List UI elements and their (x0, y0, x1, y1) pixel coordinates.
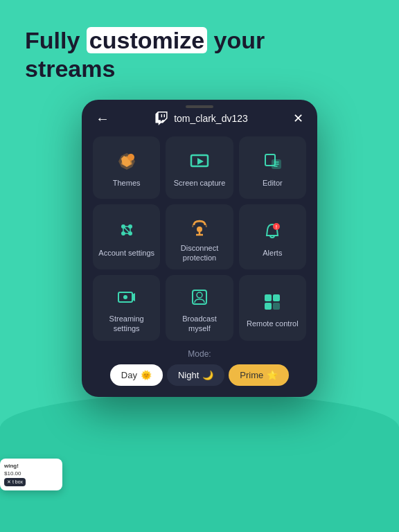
tablet: ← tom_clark_dv123 ✕ (82, 100, 317, 397)
mode-prime-label: Prime (240, 370, 263, 380)
grid-item-themes[interactable]: Themes (93, 136, 160, 199)
mode-label: Mode: (93, 349, 306, 359)
mode-day-button[interactable]: Day 🌞 (110, 364, 163, 386)
disconnect-protection-icon (187, 214, 212, 239)
header-center: tom_clark_dv123 (154, 112, 248, 125)
svg-point-21 (197, 292, 202, 298)
disconnect-protection-label: Disconnect protection (171, 243, 227, 263)
tablet-notch (186, 105, 213, 108)
streaming-settings-label: Streaming settings (98, 314, 154, 334)
svg-text:!: ! (276, 224, 277, 229)
svg-rect-22 (265, 294, 272, 301)
back-button[interactable]: ← (96, 111, 109, 127)
mode-section: Mode: Day 🌞 Night 🌙 Prime ⭐ (93, 349, 306, 386)
svg-rect-24 (265, 303, 272, 310)
mode-day-emoji: 🌞 (141, 370, 152, 380)
headline-line2: streams (25, 55, 115, 82)
editor-label: Editor (263, 178, 283, 188)
themes-icon (114, 149, 139, 174)
alerts-icon: ! (260, 219, 285, 244)
alerts-label: Alerts (263, 248, 282, 258)
headline-line1-plain: Fully (25, 27, 87, 53)
svg-point-0 (127, 154, 134, 161)
headline-line1-end: your (207, 27, 265, 53)
streaming-settings-icon (114, 285, 139, 310)
grid-item-account-settings[interactable]: Account settings (93, 204, 160, 270)
mode-prime-emoji: ⭐ (267, 370, 278, 380)
app-grid: Themes Screen capture (93, 136, 306, 341)
svg-point-13 (197, 227, 202, 232)
headline: Fully customize your streams (0, 0, 399, 83)
tablet-container: ← tom_clark_dv123 ✕ (0, 100, 399, 397)
grid-item-disconnect-protection[interactable]: Disconnect protection (166, 204, 233, 270)
broadcast-myself-label: Broadcast myself (171, 314, 227, 334)
mode-night-emoji: 🌙 (202, 370, 213, 380)
floating-card: wing! $10.00 ✕ t box (0, 459, 62, 490)
floating-card-label: ✕ t box (4, 478, 26, 486)
svg-point-19 (123, 295, 127, 299)
remote-control-label: Remote control (247, 319, 299, 328)
floating-card-title: wing! (4, 463, 58, 469)
mode-buttons: Day 🌞 Night 🌙 Prime ⭐ (93, 364, 306, 386)
account-settings-icon (114, 219, 139, 244)
mode-prime-button[interactable]: Prime ⭐ (229, 364, 289, 386)
mode-night-button[interactable]: Night 🌙 (167, 364, 224, 386)
remote-control-icon (260, 290, 285, 314)
grid-item-screen-capture[interactable]: Screen capture (166, 136, 233, 199)
themes-label: Themes (113, 178, 141, 188)
svg-rect-23 (273, 294, 280, 301)
screen-capture-icon (187, 149, 212, 174)
close-button[interactable]: ✕ (293, 111, 303, 126)
twitch-icon (154, 112, 168, 125)
mode-night-label: Night (178, 370, 199, 380)
grid-item-editor[interactable]: Editor (239, 136, 306, 199)
broadcast-myself-icon (187, 285, 212, 310)
grid-item-remote-control[interactable]: Remote control (239, 275, 306, 341)
floating-card-price: $10.00 (4, 470, 58, 477)
grid-item-alerts[interactable]: ! Alerts (239, 204, 306, 270)
screen-capture-label: Screen capture (174, 178, 226, 188)
tablet-header: ← tom_clark_dv123 ✕ (93, 111, 306, 127)
username-label: tom_clark_dv123 (174, 113, 248, 124)
grid-item-broadcast-myself[interactable]: Broadcast myself (166, 275, 233, 341)
headline-highlight: customize (87, 27, 207, 53)
mode-day-label: Day (121, 370, 137, 380)
account-settings-label: Account settings (98, 248, 154, 258)
editor-icon (260, 149, 285, 174)
grid-item-streaming-settings[interactable]: Streaming settings (93, 275, 160, 341)
svg-rect-25 (273, 303, 280, 310)
